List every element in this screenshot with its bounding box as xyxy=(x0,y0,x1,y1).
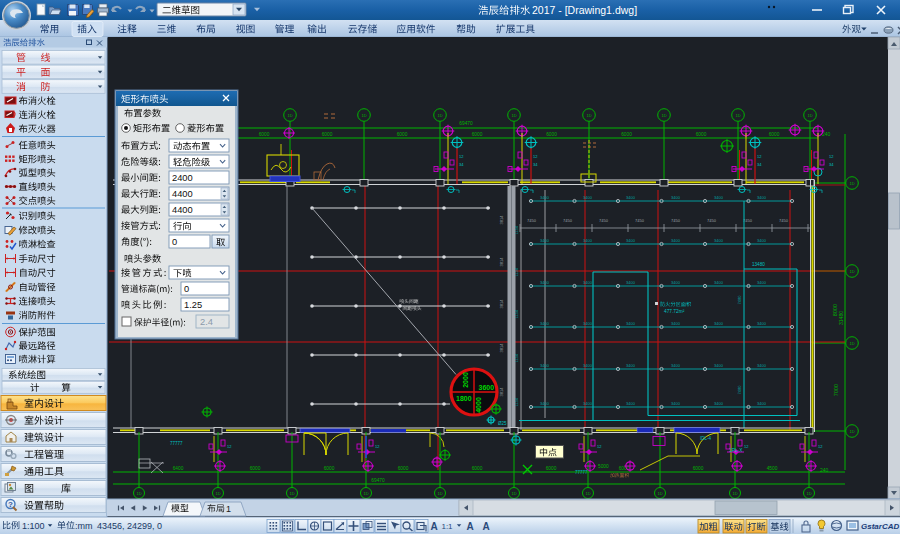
svg-text:12: 12 xyxy=(533,154,538,159)
svg-text:3400: 3400 xyxy=(626,238,636,243)
svg-text:6000: 6000 xyxy=(398,466,409,471)
svg-text:12: 12 xyxy=(818,444,823,449)
svg-text:7450: 7450 xyxy=(527,218,537,223)
svg-text:3400: 3400 xyxy=(626,401,636,406)
svg-text::mm: :mm xyxy=(75,521,93,531)
svg-text:3400: 3400 xyxy=(714,321,724,326)
svg-text:3400: 3400 xyxy=(714,238,724,243)
svg-text:2400: 2400 xyxy=(172,173,193,183)
svg-text:1D: 1D xyxy=(511,113,516,118)
svg-text:3400: 3400 xyxy=(540,321,550,326)
svg-text:6000: 6000 xyxy=(259,132,270,137)
svg-text:1D: 1D xyxy=(437,113,442,118)
svg-text:1D: 1D xyxy=(849,181,854,186)
svg-text:5000: 5000 xyxy=(598,464,609,469)
svg-text:12: 12 xyxy=(597,444,602,449)
svg-text:1D: 1D xyxy=(806,491,811,496)
svg-text:3400: 3400 xyxy=(583,401,593,406)
svg-text:3400: 3400 xyxy=(540,195,550,200)
svg-text:3400: 3400 xyxy=(757,321,767,326)
svg-text:IDL-4: IDL-4 xyxy=(700,436,712,441)
svg-text:3400: 3400 xyxy=(757,195,767,200)
svg-text:?: ? xyxy=(8,500,13,509)
svg-text:1D: 1D xyxy=(215,491,220,496)
svg-text:7450: 7450 xyxy=(779,218,789,223)
svg-text:A: A xyxy=(430,521,437,532)
svg-text:1D: 1D xyxy=(732,491,737,496)
svg-text:3400: 3400 xyxy=(540,363,550,368)
svg-text:2.4: 2.4 xyxy=(200,317,213,327)
svg-text:7450: 7450 xyxy=(563,218,573,223)
svg-text:3400: 3400 xyxy=(626,321,636,326)
svg-text:4000: 4000 xyxy=(475,397,482,413)
svg-text:3814: 3814 xyxy=(499,215,504,225)
svg-text:3814: 3814 xyxy=(499,257,504,267)
svg-text:6000: 6000 xyxy=(696,132,707,137)
svg-text:69470: 69470 xyxy=(371,478,385,483)
svg-text:3400: 3400 xyxy=(583,363,593,368)
svg-text:12: 12 xyxy=(829,154,834,159)
svg-text:1D: 1D xyxy=(807,113,812,118)
svg-text:A: A xyxy=(466,521,473,532)
svg-text:6000: 6000 xyxy=(546,466,557,471)
svg-text:477.72m²: 477.72m² xyxy=(664,309,685,314)
svg-text:1D: 1D xyxy=(657,491,662,496)
svg-text:12: 12 xyxy=(744,444,749,449)
svg-text:3814: 3814 xyxy=(499,343,504,353)
svg-text:6000: 6000 xyxy=(324,466,335,471)
svg-text:Ø25: Ø25 xyxy=(498,421,507,426)
svg-text:34: 34 xyxy=(533,162,538,167)
svg-text:1D: 1D xyxy=(511,491,516,496)
svg-text:6400: 6400 xyxy=(173,466,184,471)
svg-text:3400: 3400 xyxy=(671,280,681,285)
svg-text:7450: 7450 xyxy=(707,218,717,223)
svg-text:3400: 3400 xyxy=(757,238,767,243)
svg-text:69470: 69470 xyxy=(459,121,473,126)
svg-text:3400: 3400 xyxy=(583,195,593,200)
svg-text:3400: 3400 xyxy=(626,363,636,368)
svg-text:1D: 1D xyxy=(849,269,854,274)
svg-text:3814: 3814 xyxy=(499,299,504,309)
svg-text:7450: 7450 xyxy=(635,218,645,223)
svg-text:4400: 4400 xyxy=(172,205,193,215)
svg-text:3400: 3400 xyxy=(671,195,681,200)
svg-text:A: A xyxy=(482,521,489,532)
svg-text:1154: 1154 xyxy=(514,267,519,276)
svg-text:1D: 1D xyxy=(437,491,442,496)
svg-text:1800: 1800 xyxy=(456,395,472,402)
svg-text:3400: 3400 xyxy=(626,195,636,200)
svg-text:3400: 3400 xyxy=(714,401,724,406)
svg-text:1D: 1D xyxy=(849,341,854,346)
svg-text:6000: 6000 xyxy=(693,466,704,471)
svg-text:1D: 1D xyxy=(849,429,854,434)
svg-text:3400: 3400 xyxy=(714,280,724,285)
svg-text:3400: 3400 xyxy=(671,401,681,406)
svg-text:6000: 6000 xyxy=(250,466,261,471)
svg-text:7000: 7000 xyxy=(833,384,839,396)
svg-text:0: 0 xyxy=(172,237,177,247)
svg-text:2000: 2000 xyxy=(462,372,469,388)
svg-text:3814: 3814 xyxy=(499,387,504,397)
svg-text:2017 - [Drawing1.dwg]: 2017 - [Drawing1.dwg] xyxy=(532,4,637,16)
svg-text:1154: 1154 xyxy=(514,309,519,318)
svg-text:3400: 3400 xyxy=(757,363,767,368)
svg-text:3400: 3400 xyxy=(540,401,550,406)
svg-text:7480: 7480 xyxy=(737,295,742,305)
svg-text:3400: 3400 xyxy=(714,195,724,200)
svg-text:3400: 3400 xyxy=(540,238,550,243)
svg-text:1D: 1D xyxy=(289,491,294,496)
svg-text:4400: 4400 xyxy=(172,189,193,199)
svg-text:34: 34 xyxy=(829,162,834,167)
svg-text:7450: 7450 xyxy=(671,218,681,223)
svg-text:1154: 1154 xyxy=(514,397,519,406)
svg-text:GstarCAD: GstarCAD xyxy=(861,522,899,531)
svg-text:6000: 6000 xyxy=(769,132,780,137)
svg-text:6000: 6000 xyxy=(472,466,483,471)
svg-text:1D: 1D xyxy=(363,491,368,496)
svg-text:1D: 1D xyxy=(735,113,740,118)
svg-text:3400: 3400 xyxy=(671,238,681,243)
svg-text:1D: 1D xyxy=(287,113,292,118)
svg-text:4500: 4500 xyxy=(767,466,778,471)
svg-text:12: 12 xyxy=(459,154,464,159)
svg-text:6000: 6000 xyxy=(621,132,632,137)
